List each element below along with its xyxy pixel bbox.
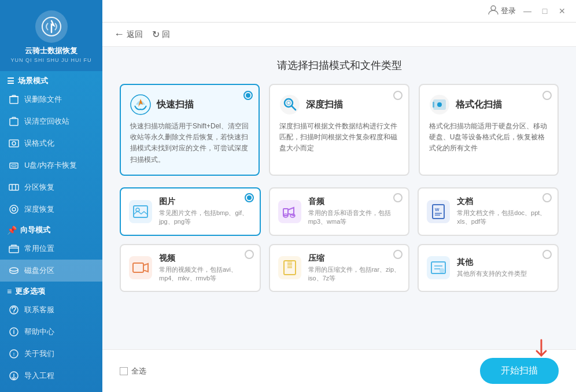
scene-mode-header: ☰ 场景模式 <box>0 71 102 88</box>
audio-desc: 常用的音乐和语音文件，包括mp3、wma等 <box>308 209 401 227</box>
svg-text:W: W <box>435 207 440 212</box>
sidebar-item-support[interactable]: 联系客服 <box>0 299 102 321</box>
file-type-other[interactable]: 其他 其他所有支持的文件类型 <box>418 244 559 293</box>
sidebar-item-delete[interactable]: 误删除文件 <box>0 88 102 110</box>
title-bar: 登录 — □ ✕ <box>102 0 576 23</box>
audio-radio[interactable] <box>393 193 403 202</box>
svg-rect-8 <box>9 184 19 190</box>
sidebar-item-deep[interactable]: 深度恢复 <box>0 198 102 220</box>
close-button[interactable]: ✕ <box>556 5 568 17</box>
sidebar-item-label: 常用位置 <box>24 243 54 254</box>
back-button[interactable]: ← 返回 <box>114 28 143 40</box>
video-name: 视频 <box>159 253 252 264</box>
sidebar-item-recycle[interactable]: 误清空回收站 <box>0 110 102 132</box>
svg-rect-3 <box>10 119 18 125</box>
zip-radio[interactable] <box>393 250 403 259</box>
image-radio[interactable] <box>245 193 254 202</box>
sidebar-item-label: 误格式化 <box>24 138 54 149</box>
doc-name: 文档 <box>457 197 549 207</box>
sidebar-item-help[interactable]: 帮助中心 <box>0 321 102 343</box>
import-icon <box>8 370 20 382</box>
sidebar-item-label: 误清空回收站 <box>24 116 69 127</box>
file-type-audio[interactable]: 音频 常用的音乐和语音文件，包括mp3、wma等 <box>269 187 410 236</box>
image-name: 图片 <box>159 197 252 207</box>
guide-mode-icon: 📌 <box>7 225 17 235</box>
format-scan-icon <box>429 94 450 115</box>
svg-rect-4 <box>9 140 19 147</box>
svg-rect-7 <box>12 165 16 167</box>
svg-point-30 <box>437 102 442 107</box>
sidebar-item-label: 导入工程 <box>24 371 54 381</box>
quick-scan-header: 快速扫描 <box>130 94 249 115</box>
svg-rect-46 <box>287 267 292 268</box>
sidebar-item-common[interactable]: 常用位置 <box>0 238 102 260</box>
quick-scan-radio[interactable] <box>243 91 253 100</box>
app-title: 云骑士数据恢复 <box>6 46 97 56</box>
login-label: 登录 <box>501 6 516 16</box>
sidebar-item-partition[interactable]: 分区恢复 <box>0 176 102 198</box>
other-radio[interactable] <box>542 250 552 259</box>
deep-scan-icon <box>279 94 300 115</box>
logo-area: 云骑士数据恢复 YUN QI SHI SHU JU HUI FU <box>0 0 102 71</box>
sidebar-item-format[interactable]: 误格式化 <box>0 132 102 154</box>
other-name: 其他 <box>457 257 549 268</box>
scan-modes-container: 快速扫描 快速扫描功能适用于Shift+Del、清空回收站等永久删除文件后恢复，… <box>120 84 559 176</box>
more-options-header: ≡ 更多选项 <box>0 282 102 299</box>
video-radio[interactable] <box>245 250 254 259</box>
sidebar-item-import[interactable]: 导入工程 <box>0 365 102 387</box>
select-all-checkbox[interactable]: 全选 <box>120 366 146 376</box>
deep-scan-radio[interactable] <box>393 91 403 100</box>
svg-text:!: ! <box>13 352 15 357</box>
app-subtitle: YUN QI SHI SHU JU HUI FU <box>6 57 97 63</box>
quick-scan-title: 快速扫描 <box>157 99 194 111</box>
page-title: 请选择扫描模式和文件类型 <box>120 58 559 72</box>
doc-radio[interactable] <box>542 193 552 202</box>
common-location-icon <box>8 243 20 254</box>
sidebar-item-label: 分区恢复 <box>24 182 54 193</box>
sidebar-item-usb[interactable]: U盘/内存卡恢复 <box>0 154 102 176</box>
sidebar-item-about[interactable]: ! 关于我们 <box>0 343 102 365</box>
format-scan-title: 格式化扫描 <box>456 99 502 111</box>
sidebar-item-disk[interactable]: 磁盘分区 <box>0 260 102 282</box>
doc-desc: 常用文档文件，包括doc、ppt、xls、pdf等 <box>457 209 549 227</box>
refresh-label: 回 <box>162 29 170 40</box>
refresh-icon: ↻ <box>152 29 160 40</box>
maximize-button[interactable]: □ <box>539 5 551 17</box>
deep-recover-icon <box>8 204 20 215</box>
audio-icon <box>278 200 301 223</box>
scan-card-format[interactable]: 格式化扫描 格式化扫描功能适用于硬盘分区、移动硬盘、U盘等设备格式化后，恢复被格… <box>419 84 559 176</box>
other-icon <box>427 256 450 279</box>
scan-card-quick[interactable]: 快速扫描 快速扫描功能适用于Shift+Del、清空回收站等永久删除文件后恢复，… <box>120 84 260 176</box>
scan-card-deep[interactable]: 深度扫描 深度扫描可根据文件数据结构进行文件匹配，扫描时间根据文件复杂程度和磁盘… <box>269 84 409 176</box>
login-button[interactable]: 登录 <box>488 5 516 17</box>
svg-rect-45 <box>287 265 292 267</box>
checkbox-icon <box>120 367 128 375</box>
quick-scan-icon <box>130 94 151 115</box>
other-info: 其他 其他所有支持的文件类型 <box>457 257 549 278</box>
minimize-button[interactable]: — <box>522 5 533 17</box>
svg-point-50 <box>440 268 444 273</box>
refresh-button[interactable]: ↻ 回 <box>152 29 170 40</box>
sidebar-item-label: 关于我们 <box>24 349 54 359</box>
deep-scan-title: 深度扫描 <box>306 99 343 111</box>
version-label: 版本号: 3.21.0.17 <box>0 387 102 392</box>
image-icon <box>129 200 152 223</box>
window-controls: 登录 — □ ✕ <box>488 5 568 17</box>
svg-point-11 <box>10 205 18 213</box>
video-info: 视频 常用的视频文件，包括avi、mp4、mkv、rmvb等 <box>159 253 252 283</box>
guide-mode-header: 📌 向导模式 <box>0 220 102 238</box>
nav-bar: ← 返回 ↻ 回 <box>102 23 576 47</box>
back-arrow-icon: ← <box>114 28 124 40</box>
svg-rect-31 <box>433 102 434 108</box>
file-type-zip[interactable]: 压缩 常用的压缩文件，包括rar、zip、iso、7z等 <box>269 244 410 293</box>
svg-rect-41 <box>133 263 143 272</box>
select-all-label: 全选 <box>131 366 146 376</box>
file-type-image[interactable]: 图片 常见图片文件，包括bmp、gif、jpg、png等 <box>120 187 261 236</box>
other-desc: 其他所有支持的文件类型 <box>457 269 549 278</box>
doc-icon: W <box>427 200 450 223</box>
format-scan-header: 格式化扫描 <box>429 94 548 115</box>
file-type-doc[interactable]: W 文档 常用文档文件，包括doc、ppt、xls、pdf等 <box>418 187 559 236</box>
file-type-video[interactable]: 视频 常用的视频文件，包括avi、mp4、mkv、rmvb等 <box>120 244 261 293</box>
format-scan-radio[interactable] <box>542 91 552 100</box>
audio-name: 音频 <box>308 197 401 207</box>
